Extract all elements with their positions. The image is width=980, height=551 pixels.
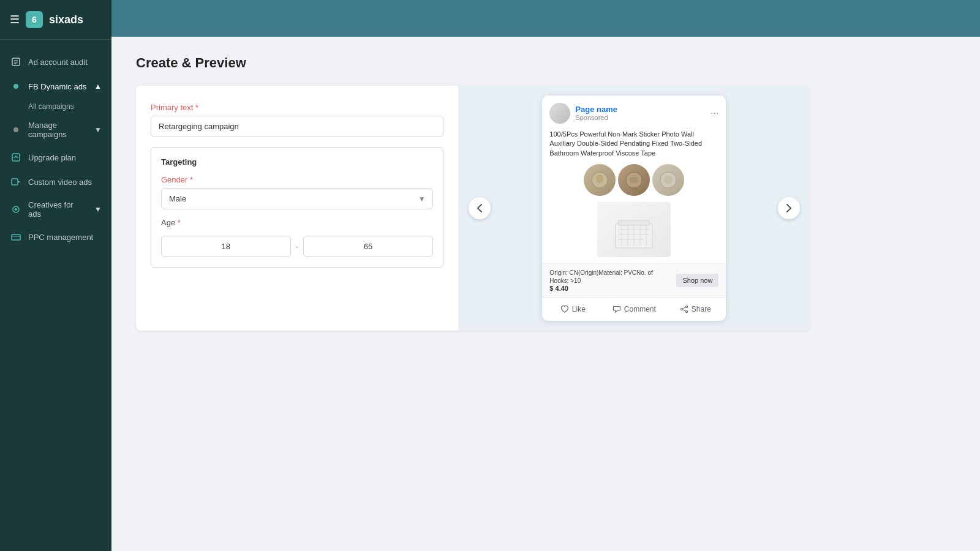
ad-more-icon[interactable]: ··· xyxy=(710,108,718,119)
ad-product-details: Origin: CN(Origin)Material: PVCNo. of Ho… xyxy=(549,269,676,292)
sidebar-item-label: Manage campaigns xyxy=(28,121,88,139)
svg-rect-5 xyxy=(12,179,18,185)
ad-page-info: Page name Sponsored xyxy=(575,105,706,121)
svg-point-29 xyxy=(680,309,682,310)
avatar-image xyxy=(549,103,570,124)
sidebar-item-ad-account-audit[interactable]: Ad account audit xyxy=(0,50,111,74)
gender-field-group: Gender * Male Female All ▼ xyxy=(161,175,433,209)
app-name: sixads xyxy=(49,13,83,26)
carousel-prev-button[interactable] xyxy=(469,197,491,219)
carousel-next-button[interactable] xyxy=(778,197,800,219)
chevron-down-icon: ▼ xyxy=(94,126,102,134)
primary-text-field-group: Primary text * xyxy=(151,103,443,137)
ppc-icon xyxy=(10,231,22,243)
sidebar-item-label: FB Dynamic ads xyxy=(28,82,86,91)
svg-rect-4 xyxy=(12,154,20,161)
gender-select[interactable]: Male Female All xyxy=(161,188,433,209)
audit-icon xyxy=(10,56,22,68)
share-button[interactable]: Share xyxy=(665,301,726,317)
svg-line-31 xyxy=(682,310,686,311)
ad-thumb-3 xyxy=(652,164,684,196)
ad-description: 100/5Pcs Powerful Non-Mark Sticker Photo… xyxy=(542,127,726,164)
sidebar-item-manage-campaigns[interactable]: Manage campaigns ▼ xyxy=(0,114,111,145)
creatives-icon xyxy=(10,203,22,216)
primary-text-input[interactable] xyxy=(151,116,443,137)
ad-thumb-1 xyxy=(584,164,616,196)
like-button[interactable]: Like xyxy=(542,301,603,317)
ad-card-header: Page name Sponsored ··· xyxy=(542,96,726,127)
svg-rect-18 xyxy=(619,220,649,225)
video-icon xyxy=(10,176,22,188)
sidebar-item-label: Ad account audit xyxy=(28,58,88,67)
avatar xyxy=(549,103,570,124)
sidebar-item-label: Upgrade plan xyxy=(28,153,76,162)
sidebar-nav: Ad account audit FB Dynamic ads ▲ All ca… xyxy=(0,40,111,551)
main-content: Create & Preview Primary text * Targetin… xyxy=(111,37,980,551)
sidebar-item-custom-video-ads[interactable]: Custom video ads xyxy=(0,170,111,194)
content-grid: Primary text * Targeting Gender * Male xyxy=(136,86,810,331)
logo-box: 6 xyxy=(26,11,43,28)
ad-thumb-2 xyxy=(618,164,650,196)
ad-price: $ 4.40 xyxy=(549,285,676,292)
svg-rect-14 xyxy=(630,177,638,183)
ad-product-info-bar: Origin: CN(Origin)Material: PVCNo. of Ho… xyxy=(542,263,726,297)
chevron-down-icon: ▼ xyxy=(94,205,102,214)
age-row: - xyxy=(161,236,433,257)
sidebar-header: ☰ 6 sixads xyxy=(0,0,111,40)
fb-icon xyxy=(10,80,22,92)
ad-product-image xyxy=(542,202,726,263)
sidebar-item-label: Custom video ads xyxy=(28,178,92,187)
primary-text-label: Primary text * xyxy=(151,103,443,112)
sidebar-item-label: PPC management xyxy=(28,233,93,242)
svg-point-8 xyxy=(15,208,17,211)
targeting-box: Targeting Gender * Male Female All ▼ xyxy=(151,147,443,268)
ad-actions: Like Comment xyxy=(542,297,726,321)
svg-point-12 xyxy=(596,174,603,183)
age-separator: - xyxy=(296,242,299,252)
ad-product-desc: Origin: CN(Origin)Material: PVCNo. of Ho… xyxy=(549,269,676,285)
svg-point-27 xyxy=(685,306,687,308)
age-label: Age * xyxy=(161,218,433,227)
age-field-group: Age * - xyxy=(161,218,433,257)
svg-marker-6 xyxy=(18,181,20,183)
sidebar-item-label: Creatives for ads xyxy=(28,200,88,219)
shop-now-button[interactable]: Shop now xyxy=(676,274,718,287)
svg-point-16 xyxy=(664,176,673,184)
svg-line-30 xyxy=(682,307,686,309)
age-max-input[interactable] xyxy=(303,236,433,257)
svg-rect-9 xyxy=(12,234,20,240)
preview-panel: Page name Sponsored ··· 100/5Pcs Powerfu… xyxy=(459,86,810,331)
gender-label: Gender * xyxy=(161,175,433,184)
main-wrapper: Create & Preview Primary text * Targetin… xyxy=(111,0,980,551)
chevron-up-icon: ▲ xyxy=(94,82,102,91)
form-panel: Primary text * Targeting Gender * Male xyxy=(136,86,459,331)
hamburger-icon[interactable]: ☰ xyxy=(10,13,20,26)
top-bar xyxy=(111,0,980,37)
comment-button[interactable]: Comment xyxy=(603,301,665,317)
ad-card: Page name Sponsored ··· 100/5Pcs Powerfu… xyxy=(542,96,726,321)
sidebar-item-fb-dynamic-ads[interactable]: FB Dynamic ads ▲ xyxy=(0,74,111,99)
gender-select-wrapper: Male Female All ▼ xyxy=(161,188,433,209)
sidebar-item-ppc-management[interactable]: PPC management xyxy=(0,225,111,249)
sidebar: ☰ 6 sixads Ad account audit FB Dynam xyxy=(0,0,111,551)
page-title: Create & Preview xyxy=(136,55,956,71)
ad-page-name: Page name xyxy=(575,105,706,114)
product-box xyxy=(597,202,671,257)
targeting-title: Targeting xyxy=(161,157,433,167)
sidebar-subitem-all-campaigns[interactable]: All campaigns xyxy=(0,99,111,114)
svg-point-28 xyxy=(685,311,687,313)
ad-images xyxy=(542,164,726,202)
ad-sponsored: Sponsored xyxy=(575,114,706,121)
age-min-input[interactable] xyxy=(161,236,291,257)
upgrade-icon xyxy=(10,151,22,163)
sidebar-item-creatives-for-ads[interactable]: Creatives for ads ▼ xyxy=(0,194,111,225)
manage-icon xyxy=(10,124,22,136)
sidebar-item-upgrade-plan[interactable]: Upgrade plan xyxy=(0,145,111,170)
